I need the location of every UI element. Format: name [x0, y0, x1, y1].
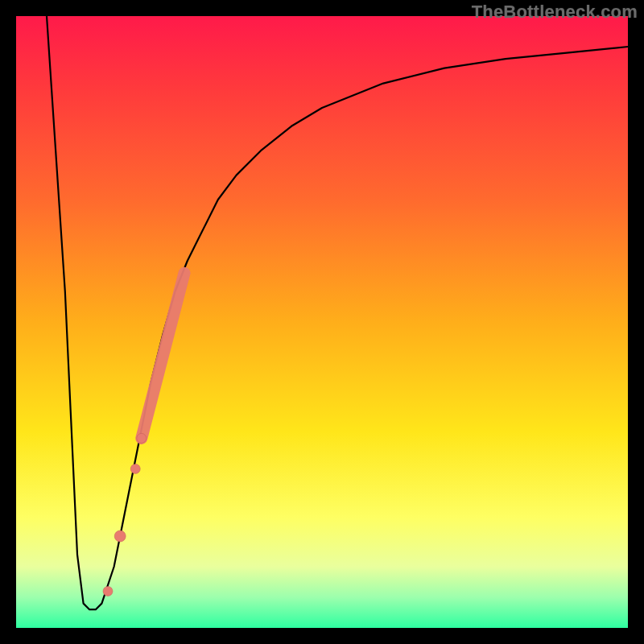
bottleneck-curve — [47, 16, 628, 609]
watermark-text: TheBottleneck.com — [472, 2, 638, 23]
chart-svg — [16, 16, 628, 628]
highlight-segment — [142, 273, 184, 438]
dot-4 — [137, 433, 147, 443]
dot-2 — [114, 530, 126, 542]
plot-area — [16, 16, 628, 628]
dot-1 — [103, 586, 113, 596]
dot-3 — [130, 464, 140, 473]
chart-frame: TheBottleneck.com — [0, 0, 644, 644]
